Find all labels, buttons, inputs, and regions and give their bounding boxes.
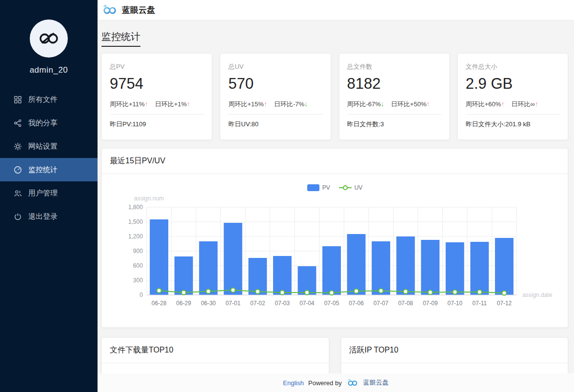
stat-trends: 周环比+60%↑日环比∞↑ (466, 100, 560, 109)
svg-text:07-04: 07-04 (299, 300, 315, 307)
infinity-logo-icon (36, 29, 61, 48)
page-footer: English Powered by 蓝眼云盘 (98, 373, 574, 392)
stat-trends: 周环比+11%↑日环比+1%↑ (110, 100, 204, 109)
pv-legend-swatch (307, 184, 319, 191)
chart-legend: PVUV (102, 184, 568, 192)
svg-text:07-08: 07-08 (398, 300, 413, 307)
stat-trends: 周环比-67%↓日环比+50%↑ (347, 100, 441, 109)
arrow-up-icon: ↑ (145, 100, 148, 108)
svg-text:07-09: 07-09 (423, 300, 438, 307)
sidebar-item-gear[interactable]: 网站设置 (0, 135, 98, 158)
legend-item-uv[interactable]: UV (339, 184, 363, 191)
page-heading: 监控统计 (101, 30, 140, 47)
svg-text:07-12: 07-12 (497, 300, 512, 307)
sidebar-item-label: 网站设置 (28, 142, 58, 151)
svg-text:1,200: 1,200 (128, 233, 143, 240)
svg-text:900: 900 (133, 248, 143, 255)
stat-card: 总UV 570 周环比+15%↑日环比-7%↓ 昨日UV:80 (220, 53, 331, 140)
svg-text:07-01: 07-01 (225, 300, 240, 307)
stat-label: 总UV (228, 60, 322, 71)
stat-card: 文件总大小 2.9 GB 周环比+60%↑日环比∞↑ 昨日文件大小:201.9 … (457, 53, 568, 140)
sidebar-item-label: 退出登录 (28, 212, 58, 221)
topbar: 蓝眼云盘 (98, 0, 574, 20)
main-content: 监控统计 总PV 9754 周环比+11%↑日环比+1%↑ 昨日PV:1109 … (98, 20, 574, 392)
svg-text:1,500: 1,500 (128, 218, 143, 225)
stat-footer-text: 昨日PV:1109 (110, 115, 204, 129)
trend-up: 周环比+15%↑ (228, 100, 267, 109)
svg-text:600: 600 (133, 262, 143, 269)
sidebar-item-grid[interactable]: 所有文件 (0, 88, 98, 111)
footer-brand[interactable]: 蓝眼云盘 (363, 378, 389, 387)
arrow-up-icon: ↑ (264, 100, 267, 108)
grid-icon (14, 96, 22, 104)
sidebar-item-dashboard[interactable]: 监控统计 (0, 158, 98, 181)
stat-value: 8182 (347, 74, 441, 94)
language-link[interactable]: English (283, 379, 304, 387)
stat-label: 总文件数 (347, 60, 441, 71)
sidebar-item-label: 用户管理 (28, 189, 58, 198)
svg-text:07-07: 07-07 (374, 300, 389, 307)
top10-card-title: 文件下载量TOP10 (102, 338, 329, 363)
gear-icon (14, 142, 22, 151)
legend-item-pv[interactable]: PV (307, 184, 330, 191)
trend-down: 周环比-67%↓ (347, 100, 384, 109)
svg-text:07-06: 07-06 (349, 300, 364, 307)
dashboard-icon (14, 166, 22, 174)
svg-text:300: 300 (133, 277, 143, 284)
svg-text:06-29: 06-29 (176, 300, 191, 307)
svg-text:07-11: 07-11 (473, 300, 487, 307)
arrow-down-icon: ↓ (304, 100, 308, 108)
stat-value: 570 (228, 74, 322, 94)
svg-text:07-10: 07-10 (448, 300, 463, 307)
pv-uv-chart[interactable]: 03006009001,2001,5001,800assign.numassig… (102, 193, 568, 319)
svg-text:06-30: 06-30 (201, 300, 216, 307)
trend-down: 日环比-7%↓ (274, 100, 308, 109)
svg-text:07-03: 07-03 (275, 300, 290, 307)
svg-text:07-02: 07-02 (250, 300, 265, 307)
app-title: 蓝眼云盘 (122, 4, 155, 16)
stat-cards-row: 总PV 9754 周环比+11%↑日环比+1%↑ 昨日PV:1109 总UV 5… (101, 53, 568, 140)
svg-text:1,800: 1,800 (128, 204, 143, 211)
arrow-down-icon: ↓ (381, 100, 384, 108)
trend-up: 周环比+11%↑ (110, 100, 148, 109)
stat-label: 总PV (110, 60, 204, 71)
share-icon (14, 119, 22, 127)
sidebar-item-users[interactable]: 用户管理 (0, 181, 98, 205)
username: admin_20 (30, 65, 68, 75)
arrow-up-icon: ↑ (187, 100, 190, 108)
sidebar-nav: 所有文件 我的分享 网站设置 监控统计 用户管理 退出登录 (0, 88, 98, 228)
arrow-up-icon: ↑ (535, 100, 538, 108)
chart-card-title: 最近15日PV/UV (102, 149, 568, 174)
stat-footer-text: 昨日UV:80 (228, 115, 322, 129)
users-icon (14, 189, 22, 197)
arrow-up-icon: ↑ (501, 100, 504, 108)
stat-footer-text: 昨日文件大小:201.9 kB (466, 115, 560, 129)
trend-up: 日环比+50%↑ (391, 100, 430, 109)
stat-footer-text: 昨日文件数:3 (347, 115, 441, 129)
powered-by-text: Powered by (308, 379, 342, 387)
top10-card-title: 活跃IP TOP10 (341, 338, 568, 363)
sidebar: admin_20 所有文件 我的分享 网站设置 监控统计 用户管理 退出登录 (0, 0, 98, 392)
footer-logo-icon (346, 378, 359, 388)
trend-up: 日环比∞↑ (511, 100, 538, 109)
svg-text:06-28: 06-28 (152, 300, 167, 307)
trend-up: 日环比+1%↑ (155, 100, 190, 109)
svg-text:07-05: 07-05 (324, 300, 339, 307)
sidebar-item-label: 所有文件 (28, 95, 58, 104)
stat-card: 总PV 9754 周环比+11%↑日环比+1%↑ 昨日PV:1109 (101, 53, 212, 140)
trend-up: 周环比+60%↑ (466, 100, 505, 109)
stat-trends: 周环比+15%↑日环比-7%↓ (228, 100, 322, 109)
sidebar-item-label: 我的分享 (28, 118, 58, 128)
svg-text:assign.date: assign.date (522, 292, 552, 298)
brand-logo-icon (101, 3, 118, 17)
power-icon (14, 213, 22, 221)
sidebar-item-share[interactable]: 我的分享 (0, 111, 98, 135)
stat-value: 9754 (110, 74, 204, 94)
pv-uv-chart-card: 最近15日PV/UV PVUV 03006009001,2001,5001,80… (101, 148, 568, 328)
user-avatar[interactable] (30, 20, 68, 58)
arrow-up-icon: ↑ (426, 100, 430, 108)
sidebar-item-power[interactable]: 退出登录 (0, 205, 98, 228)
stat-value: 2.9 GB (466, 74, 560, 94)
svg-text:assign.num: assign.num (134, 195, 164, 202)
stat-card: 总文件数 8182 周环比-67%↓日环比+50%↑ 昨日文件数:3 (339, 53, 450, 140)
